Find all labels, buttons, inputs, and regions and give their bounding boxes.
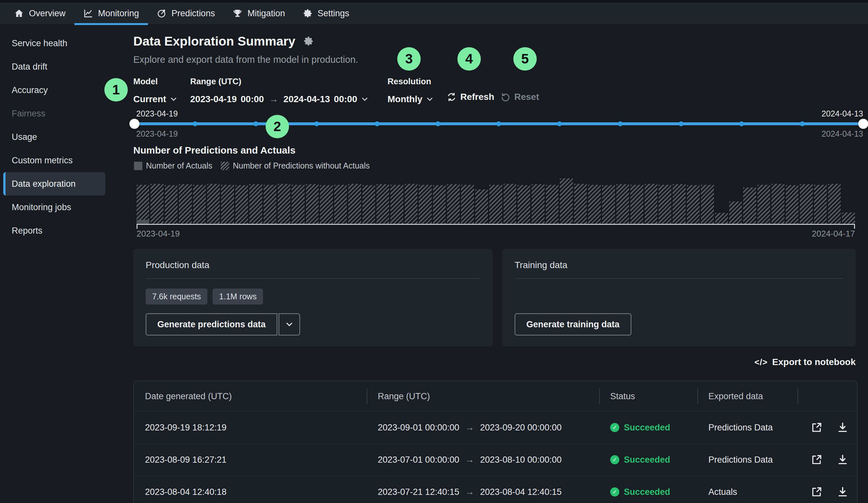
chart-bar (235, 185, 248, 224)
chart-axis-end-label: 2024-04-17 (136, 229, 855, 239)
chart-bar (800, 184, 813, 224)
export-to-notebook-link[interactable]: </> Export to notebook (755, 357, 856, 367)
slider-tick-dot (618, 121, 622, 126)
chart-bar (687, 185, 700, 224)
chart-bar (419, 185, 431, 224)
status-cell: ✓Succeeded (599, 423, 697, 433)
chart-bar (151, 184, 163, 224)
table-header-cell: Date generated (UTC) (134, 381, 367, 411)
production-card-title: Production data (146, 260, 480, 270)
range-to-value: 2023-08-04 12:40:15 (480, 487, 562, 497)
table-row: 2023-08-09 16:27:212023-07-01 00:00:00→2… (134, 443, 857, 476)
chart-bar (391, 185, 403, 224)
annotation-circle-1: 1 (104, 78, 128, 101)
resolution-select[interactable]: Monthly (388, 92, 433, 106)
chart-bar (207, 184, 220, 224)
date-generated-value: 2023-08-09 16:27:21 (145, 455, 227, 465)
chart-bar (165, 185, 177, 224)
download-icon[interactable] (836, 486, 849, 498)
external-link-icon[interactable] (810, 421, 823, 434)
refresh-button[interactable]: Refresh (447, 90, 494, 104)
chart-bar (757, 185, 770, 224)
nav-item-label: Settings (318, 9, 350, 19)
app-root: OverviewMonitoringPredictionsMitigationS… (0, 0, 868, 503)
chart-bar (518, 185, 530, 224)
status-badge: Succeeded (624, 423, 670, 433)
chart-bar (292, 185, 304, 224)
range-picker[interactable]: 2023-04-19 00:00 → 2024-04-13 00:00 (190, 92, 368, 106)
chart-bar (814, 185, 827, 224)
model-label: Model (133, 77, 177, 87)
column-label: Date generated (UTC) (145, 391, 232, 402)
chart-bar (645, 184, 657, 224)
slider-handle-start[interactable] (130, 119, 140, 129)
actuals-solid-segment (136, 220, 149, 224)
download-icon[interactable] (836, 421, 849, 434)
date-generated-cell: 2023-08-09 16:27:21 (134, 455, 367, 465)
table-row: 2023-08-04 12:40:182023-07-21 12:40:15→2… (134, 476, 857, 503)
range-cell: 2023-09-01 00:00:00→2023-09-20 00:00:00 (367, 422, 599, 433)
table-header-row: Date generated (UTC)Range (UTC)StatusExp… (134, 381, 857, 412)
chevron-down-icon (426, 95, 433, 103)
slider-tick-dot (193, 121, 197, 126)
chart-bar (136, 185, 149, 224)
nav-item-label: Predictions (172, 9, 215, 19)
chart-bar (560, 178, 572, 224)
chart-bar (616, 184, 629, 224)
range-from-value: 2023-09-01 00:00:00 (378, 423, 459, 433)
generate-training-data-button[interactable]: Generate training data (515, 313, 631, 335)
annotation-circle-4: 4 (457, 47, 481, 71)
nav-item-predictions[interactable]: Predictions (148, 3, 224, 24)
chart-bar (320, 185, 333, 224)
annotation-number: 2 (273, 119, 281, 134)
time-range-slider[interactable]: 2023-04-19 2023-04-19 2024-04-13 2024-04… (134, 109, 863, 138)
annotation-circle-3: 3 (397, 47, 421, 71)
code-icon: </> (755, 357, 768, 367)
monitoring-icon (83, 9, 93, 19)
resolution-control: Resolution Monthly (388, 77, 433, 106)
annotation-number: 1 (112, 82, 120, 98)
chart-bar (447, 184, 460, 224)
chart-bar (362, 185, 375, 224)
chart-bar (221, 185, 234, 224)
slider-tick-dot (557, 121, 562, 126)
predictions-icon (157, 9, 167, 19)
date-generated-cell: 2023-08-04 12:40:18 (134, 487, 367, 497)
resolution-value: Monthly (388, 94, 422, 104)
nav-item-overview[interactable]: Overview (5, 3, 74, 24)
download-icon[interactable] (836, 454, 849, 466)
model-select[interactable]: Current (133, 92, 177, 106)
generate-predictions-dropdown-button[interactable] (279, 313, 300, 335)
chart-bar (193, 185, 206, 224)
gear-icon[interactable] (303, 36, 314, 47)
status-cell: ✓Succeeded (599, 455, 697, 465)
chart-bar (179, 184, 192, 224)
slider-handle-end[interactable] (858, 119, 868, 129)
nav-item-monitoring[interactable]: Monitoring (74, 3, 148, 24)
chart-bar (461, 185, 474, 224)
chart-bar (306, 184, 319, 224)
nav-item-mitigation[interactable]: Mitigation (224, 3, 294, 24)
chart-bar (772, 184, 784, 224)
page-subtitle: Explore and export data from the model i… (133, 54, 358, 65)
exported-data-value: Predictions Data (709, 455, 773, 465)
slider-track[interactable] (134, 122, 863, 125)
chart-bar (531, 184, 544, 224)
external-link-icon[interactable] (810, 486, 823, 498)
reset-button[interactable]: Reset (500, 90, 539, 104)
production-badges: 7.6k requests1.1M rows (146, 289, 480, 304)
resolution-label: Resolution (388, 77, 433, 87)
nav-item-settings[interactable]: Settings (294, 3, 358, 24)
chevron-down-icon (170, 95, 177, 103)
generate-predictions-data-button[interactable]: Generate predictions data (146, 313, 277, 335)
settings-icon (303, 9, 313, 19)
range-cell: 2023-07-21 12:40:15→2023-08-04 12:40:15 (367, 487, 599, 497)
external-link-icon[interactable] (810, 454, 823, 466)
stat-badge: 7.6k requests (146, 289, 207, 304)
slider-tick-dot (800, 121, 805, 126)
model-value: Current (133, 94, 166, 104)
legend-label: Number of Actuals (146, 161, 212, 171)
mitigation-icon (232, 9, 242, 19)
slider-tick-dot (679, 121, 683, 126)
table-header-cell: Exported data (697, 381, 797, 411)
